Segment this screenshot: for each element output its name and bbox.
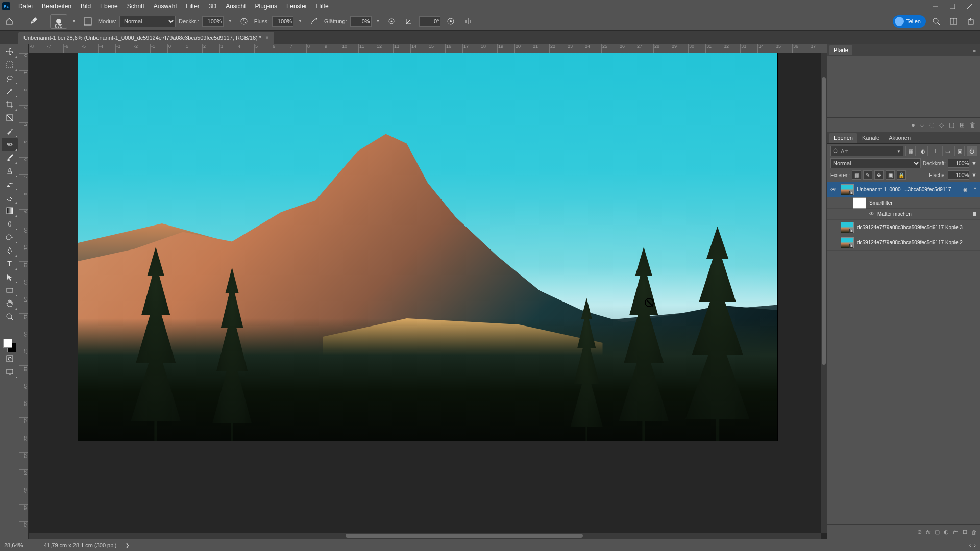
layer-thumbnail[interactable]: ▣ xyxy=(841,237,854,248)
layer-row[interactable]: 👁Matter machen≣ xyxy=(827,209,980,220)
prev-doc-icon[interactable]: ‹ xyxy=(969,542,971,548)
add-mask-icon[interactable]: ▢ xyxy=(949,121,954,129)
export-button[interactable] xyxy=(964,14,978,29)
new-adjustment-icon[interactable]: ◐ xyxy=(944,529,949,535)
workspace-button[interactable] xyxy=(946,14,961,29)
canvas-scrollbar-horizontal[interactable] xyxy=(29,533,821,539)
layer-row[interactable]: ▣dc59124e7f79a08c3bca509fec5d9117 Kopie … xyxy=(827,235,980,251)
filter-toggle-icon[interactable]: ⏻ xyxy=(967,146,977,156)
edit-toolbar-button[interactable]: ⋯ xyxy=(2,323,18,337)
docinfo-chevron-icon[interactable]: ❯ xyxy=(126,543,130,548)
window-minimize-button[interactable] xyxy=(927,1,943,11)
opacity-chevron-icon[interactable]: ▼ xyxy=(227,19,234,23)
menu-ebene[interactable]: Ebene xyxy=(96,1,122,11)
document-canvas[interactable] xyxy=(78,53,777,441)
angle-icon[interactable] xyxy=(402,14,416,29)
canvas-scrollbar-vertical[interactable] xyxy=(821,53,827,533)
smartfilter-visibility-icon[interactable]: 👁 xyxy=(869,211,874,217)
layer-name[interactable]: Smartfilter xyxy=(869,200,978,206)
zoom-level[interactable]: 28,64% xyxy=(4,542,35,548)
menu-hilfe[interactable]: Hilfe xyxy=(312,1,333,11)
new-path-icon[interactable]: ⊞ xyxy=(960,121,965,129)
menu-datei[interactable]: Datei xyxy=(14,1,37,11)
brush-tool[interactable] xyxy=(2,151,18,164)
frame-tool[interactable] xyxy=(2,111,18,124)
path-selection-tool[interactable] xyxy=(2,270,18,284)
pressure-size-button[interactable] xyxy=(444,14,458,29)
smoothing-input[interactable] xyxy=(350,16,372,27)
path-to-selection-icon[interactable]: ◌ xyxy=(929,121,934,129)
healing-brush-tool[interactable] xyxy=(2,138,18,151)
layer-blend-mode-select[interactable]: Normal xyxy=(830,158,921,168)
filter-type-icon[interactable]: T xyxy=(930,146,940,156)
menu-bild[interactable]: Bild xyxy=(77,1,95,11)
smoothing-options-button[interactable] xyxy=(384,14,399,29)
opacity-input[interactable] xyxy=(202,16,224,27)
clone-stamp-tool[interactable] xyxy=(2,164,18,178)
airbrush-button[interactable] xyxy=(307,14,321,29)
layer-row[interactable]: 👁▣Unbenannt-1_0000_...3bca509fec5d9117◉˄ xyxy=(827,182,980,197)
selection-to-path-icon[interactable]: ◇ xyxy=(939,121,944,129)
layer-filter-field[interactable]: Art ▼ xyxy=(830,146,903,156)
link-layers-icon[interactable]: ⊘ xyxy=(917,529,922,535)
ruler-origin[interactable] xyxy=(19,44,29,53)
actions-tab[interactable]: Aktionen xyxy=(885,133,915,143)
vertical-ruler[interactable]: 0123456789101112131415161718192021222324… xyxy=(19,53,29,539)
delete-path-icon[interactable]: 🗑 xyxy=(970,121,976,129)
screen-mode-button[interactable] xyxy=(2,365,18,379)
menu-3d[interactable]: 3D xyxy=(205,1,220,11)
filter-pixel-icon[interactable]: ▦ xyxy=(905,146,916,156)
layer-fill-input[interactable] xyxy=(948,170,969,180)
dodge-tool[interactable] xyxy=(2,231,18,244)
lock-transparent-icon[interactable]: ▦ xyxy=(852,170,861,180)
share-button[interactable]: Teilen xyxy=(893,15,926,28)
lock-pixels-icon[interactable]: ✎ xyxy=(863,170,872,180)
filter-adjust-icon[interactable]: ◐ xyxy=(918,146,928,156)
paths-panel-menu-icon[interactable]: ≡ xyxy=(971,46,978,54)
menu-schrift[interactable]: Schrift xyxy=(123,1,149,11)
menu-auswahl[interactable]: Auswahl xyxy=(150,1,181,11)
menu-plugins[interactable]: Plug-ins xyxy=(251,1,281,11)
menu-filter[interactable]: Filter xyxy=(182,1,204,11)
filter-shape-icon[interactable]: ▭ xyxy=(942,146,952,156)
delete-layer-icon[interactable]: 🗑 xyxy=(971,529,977,535)
rectangle-tool[interactable] xyxy=(2,284,18,297)
flow-input[interactable] xyxy=(272,16,293,27)
layers-panel-menu-icon[interactable]: ≡ xyxy=(971,134,978,142)
eraser-tool[interactable] xyxy=(2,191,18,204)
new-layer-icon[interactable]: ⊞ xyxy=(963,529,967,535)
layer-fill-chevron-icon[interactable]: ▼ xyxy=(971,172,977,178)
color-swatches[interactable] xyxy=(3,339,16,352)
layer-thumbnail[interactable]: ▣ xyxy=(841,222,854,233)
search-button[interactable] xyxy=(929,14,943,29)
next-doc-icon[interactable]: › xyxy=(974,542,976,548)
lock-position-icon[interactable]: ✥ xyxy=(874,170,884,180)
layer-name[interactable]: dc59124e7f79a08c3bca509fec5d9117 Kopie 2 xyxy=(857,240,978,245)
document-tab-close-icon[interactable]: × xyxy=(265,34,269,41)
magic-wand-tool[interactable] xyxy=(2,85,18,98)
layer-row[interactable]: ▣dc59124e7f79a08c3bca509fec5d9117 Kopie … xyxy=(827,220,980,235)
channels-tab[interactable]: Kanäle xyxy=(858,133,884,143)
home-button[interactable] xyxy=(2,14,16,29)
window-maximize-button[interactable] xyxy=(944,1,961,11)
add-mask-button-icon[interactable]: ▢ xyxy=(935,529,940,535)
filter-options-icon[interactable]: ≣ xyxy=(971,211,978,217)
layer-filter-chevron-icon[interactable]: ▼ xyxy=(897,149,901,154)
brush-preset-picker[interactable]: 875 xyxy=(50,14,67,29)
move-tool[interactable] xyxy=(2,45,18,58)
layer-name[interactable]: dc59124e7f79a08c3bca509fec5d9117 Kopie 3 xyxy=(857,224,978,230)
document-info[interactable]: 41,79 cm x 28,1 cm (300 ppi) xyxy=(44,542,116,548)
menu-fenster[interactable]: Fenster xyxy=(282,1,311,11)
brush-settings-button[interactable] xyxy=(81,14,95,29)
type-tool[interactable]: T xyxy=(2,257,18,270)
hand-tool[interactable] xyxy=(2,297,18,310)
smoothing-chevron-icon[interactable]: ▼ xyxy=(375,19,382,23)
layer-opacity-input[interactable] xyxy=(948,159,969,168)
layer-fx-icon[interactable]: fx xyxy=(926,529,930,535)
layer-name[interactable]: Matter machen xyxy=(877,211,968,217)
layer-thumbnail[interactable] xyxy=(853,197,866,209)
layers-tab[interactable]: Ebenen xyxy=(829,133,857,143)
paths-tab[interactable]: Pfade xyxy=(829,45,852,55)
zoom-tool[interactable] xyxy=(2,310,18,323)
pen-tool[interactable] xyxy=(2,244,18,257)
